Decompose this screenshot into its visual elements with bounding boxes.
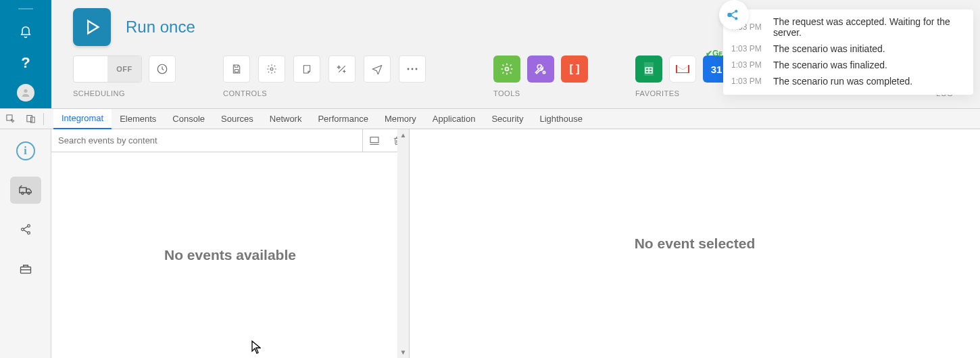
svg-rect-3: [235, 70, 238, 72]
events-scrollbar[interactable]: ▲ ▼: [397, 129, 409, 358]
wand-icon[interactable]: [328, 55, 356, 83]
devtools-sidebar: i: [0, 109, 51, 358]
share-icon[interactable]: [10, 216, 41, 243]
scheduling-section-label: SCHEDULING: [73, 89, 176, 97]
svg-rect-32: [370, 137, 378, 142]
svg-point-8: [506, 68, 509, 71]
devtools-tabs: Integromat Elements Console Sources Netw…: [53, 109, 591, 129]
tab-memory[interactable]: Memory: [376, 109, 424, 129]
computer-icon[interactable]: [363, 129, 386, 152]
svg-line-18: [731, 16, 735, 18]
svg-line-17: [731, 12, 735, 14]
integromat-logo-icon: [719, 0, 749, 30]
svg-point-23: [21, 192, 23, 194]
tab-lighthouse[interactable]: Lighthouse: [531, 109, 591, 129]
svg-point-14: [727, 13, 732, 18]
clock-icon[interactable]: [149, 55, 176, 83]
detail-empty-label: No event selected: [635, 236, 756, 252]
run-once-button[interactable]: [73, 8, 111, 46]
check-icon: ✔Gᴇ: [706, 49, 722, 58]
svg-point-5: [408, 68, 410, 70]
cursor-icon: [251, 340, 261, 357]
avatar[interactable]: [17, 84, 34, 102]
svg-line-29: [24, 230, 28, 233]
truck-icon[interactable]: [10, 177, 41, 204]
svg-point-9: [543, 71, 545, 73]
toolbox-icon[interactable]: [10, 255, 41, 282]
tools-wrench-icon[interactable]: [527, 55, 554, 83]
plane-icon[interactable]: [364, 55, 391, 83]
bell-icon[interactable]: [19, 26, 32, 42]
gmail-icon[interactable]: [669, 55, 696, 83]
svg-point-4: [270, 68, 273, 70]
tab-application[interactable]: Application: [424, 109, 484, 129]
log-popup: ✔Gᴇ 1:03 PMThe request was accepted. Wai…: [723, 9, 973, 95]
tab-network[interactable]: Network: [262, 109, 310, 129]
event-detail-pane: No event selected: [410, 129, 980, 358]
info-icon[interactable]: i: [10, 137, 41, 164]
tab-elements[interactable]: Elements: [112, 109, 164, 129]
log-entry: 1:03 PMThe scenario was finalized.: [731, 57, 965, 73]
svg-point-15: [735, 9, 737, 12]
gear-icon[interactable]: [258, 55, 285, 83]
google-sheets-icon[interactable]: [635, 55, 662, 83]
devtools-topbar: Integromat Elements Console Sources Netw…: [0, 109, 980, 129]
app-sidebar: ?: [0, 0, 51, 108]
svg-point-24: [27, 192, 29, 194]
tools-gear-icon[interactable]: [493, 55, 520, 83]
tab-sources[interactable]: Sources: [213, 109, 262, 129]
log-entry: 1:03 PMThe scenario was initiated.: [731, 41, 965, 57]
events-empty-label: No events available: [51, 152, 409, 358]
tab-integromat[interactable]: Integromat: [53, 109, 112, 129]
save-icon[interactable]: [223, 55, 250, 83]
scheduling-toggle[interactable]: OFF: [73, 55, 142, 83]
run-once-label: Run once: [126, 18, 195, 37]
tab-security[interactable]: Security: [483, 109, 531, 129]
tab-console[interactable]: Console: [164, 109, 213, 129]
devtools-panel: Integromat Elements Console Sources Netw…: [0, 108, 980, 358]
tab-performance[interactable]: Performance: [310, 109, 376, 129]
device-toggle-icon[interactable]: [20, 109, 41, 129]
tools-brackets-icon[interactable]: [ ]: [561, 55, 588, 83]
search-events-input[interactable]: [51, 129, 363, 152]
svg-rect-20: [26, 116, 32, 122]
scenario-toolbar: Run once OFF SCHEDULING: [51, 0, 980, 108]
log-entry: 1:03 PMThe scenario run was completed.: [731, 73, 965, 89]
controls-section-label: CONTROLS: [223, 89, 426, 97]
svg-marker-1: [88, 21, 98, 34]
svg-line-28: [24, 227, 28, 229]
events-list-pane: No events available ▲ ▼: [51, 129, 410, 358]
svg-point-16: [735, 17, 737, 20]
help-icon[interactable]: ?: [21, 54, 30, 72]
more-icon[interactable]: [399, 55, 426, 83]
svg-point-6: [412, 68, 414, 70]
tools-section-label: TOOLS: [493, 89, 588, 97]
log-entry: 1:03 PMThe request was accepted. Waiting…: [731, 14, 965, 41]
note-icon[interactable]: [293, 55, 320, 83]
svg-point-7: [416, 68, 418, 70]
inspect-icon[interactable]: [0, 109, 20, 129]
svg-point-0: [24, 89, 27, 93]
